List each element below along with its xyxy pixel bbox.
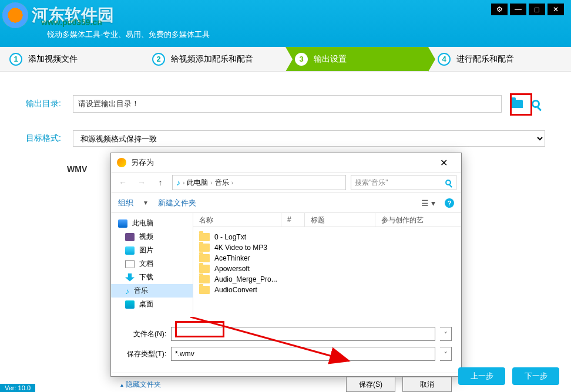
dialog-nav: ← → ↑ ♪ › 此电脑 › 音乐 › 搜索"音乐" — [111, 172, 461, 193]
minimize-button[interactable]: — — [510, 4, 526, 15]
new-folder-button[interactable]: 新建文件夹 — [158, 198, 196, 208]
search-icon — [445, 180, 451, 185]
logo-icon — [2, 2, 28, 28]
target-format-select[interactable]: 和源视频格式保持一致 — [73, 130, 545, 147]
file-items: 0 - LogTxt 4K Video to MP3 AceThinker Ap… — [193, 227, 461, 300]
folder-icon — [199, 254, 210, 262]
settings-icon[interactable]: ⚙ — [491, 4, 508, 15]
filename-dropdown[interactable]: ˅ — [440, 327, 452, 341]
tree-item-documents[interactable]: 文档 — [111, 257, 193, 271]
tree-item-video[interactable]: 视频 — [111, 230, 193, 244]
view-options-button[interactable]: ☰ ▾ — [421, 198, 435, 208]
app-header: 河东软件园 www.pc0359.cn 锐动多媒体工具-专业、易用、免费的多媒体… — [0, 0, 571, 47]
dialog-toolbar: 组织▼ 新建文件夹 ☰ ▾ ? — [111, 193, 461, 213]
next-step-button[interactable]: 下一步 — [512, 367, 559, 385]
chevron-right-icon: › — [231, 180, 233, 186]
step-process[interactable]: 4进行配乐和配音 — [428, 47, 571, 71]
file-item[interactable]: 4K Video to MP3 — [193, 242, 461, 253]
chevron-right-icon: › — [210, 180, 212, 186]
version-label: Ver: 10.0 — [0, 384, 35, 392]
file-item[interactable]: AceThinker — [193, 253, 461, 263]
dialog-title: 另存为 — [131, 157, 154, 168]
nav-up-button[interactable]: ↑ — [153, 175, 167, 190]
folder-icon — [199, 233, 210, 241]
col-artist[interactable]: 参与创作的艺 — [375, 213, 461, 227]
file-item[interactable]: 0 - LogTxt — [193, 232, 461, 242]
folder-icon — [199, 244, 210, 252]
tree-item-pc[interactable]: 此电脑 — [111, 217, 193, 230]
tree-item-music[interactable]: ♪音乐 — [111, 284, 193, 298]
col-title[interactable]: 标题 — [305, 213, 375, 227]
file-item[interactable]: Audio_Merge_Pro... — [193, 274, 461, 285]
file-item[interactable]: AudioConvert — [193, 285, 461, 295]
close-button[interactable]: ✕ — [548, 4, 564, 15]
search-icon — [532, 100, 540, 108]
watermark-url: www.pc0359.cn — [41, 18, 102, 27]
target-format-label: 目标格式: — [26, 133, 67, 144]
col-name[interactable]: 名称 — [193, 213, 281, 227]
step-add-audio[interactable]: 2给视频添加配乐和配音 — [143, 47, 286, 71]
folder-tree: 此电脑 视频 图片 文档 下载 ♪音乐 桌面 — [111, 213, 193, 321]
dialog-titlebar: 另存为 ✕ — [111, 153, 461, 172]
file-list-header: 名称 # 标题 参与创作的艺 — [193, 213, 461, 227]
dialog-search-input[interactable]: 搜索"音乐" — [351, 175, 456, 190]
prev-step-button[interactable]: 上一步 — [458, 367, 505, 385]
output-dir-input[interactable] — [73, 95, 502, 113]
breadcrumb[interactable]: ♪ › 此电脑 › 音乐 › — [172, 175, 346, 190]
search-button[interactable] — [526, 95, 545, 113]
filetype-label: 保存类型(T): — [120, 349, 166, 359]
folder-icon — [199, 265, 210, 273]
maximize-button[interactable]: ◻ — [529, 4, 545, 15]
tree-item-pictures[interactable]: 图片 — [111, 244, 193, 257]
filetype-select[interactable] — [171, 347, 435, 361]
app-subtitle: 锐动多媒体工具-专业、易用、免费的多媒体工具 — [47, 29, 210, 40]
browse-folder-button[interactable] — [508, 95, 526, 113]
nav-back-button[interactable]: ← — [116, 175, 130, 190]
pictures-icon — [125, 246, 135, 255]
tree-item-downloads[interactable]: 下载 — [111, 271, 193, 284]
organize-menu[interactable]: 组织 — [118, 198, 133, 208]
video-icon — [125, 233, 135, 241]
filetype-dropdown[interactable]: ˅ — [440, 347, 452, 361]
help-button[interactable]: ? — [445, 198, 454, 208]
nav-forward-button[interactable]: → — [135, 175, 149, 190]
pc-icon — [118, 219, 127, 228]
col-number[interactable]: # — [281, 213, 305, 227]
dialog-icon — [117, 158, 126, 167]
filename-input[interactable] — [171, 327, 435, 341]
file-item[interactable]: Apowersoft — [193, 263, 461, 274]
music-icon: ♪ — [176, 178, 180, 187]
folder-icon — [511, 100, 523, 108]
step-tabs: 1添加视频文件 2给视频添加配乐和配音 3输出设置 4进行配乐和配音 — [0, 47, 571, 72]
documents-icon — [125, 260, 135, 268]
music-icon: ♪ — [125, 287, 129, 295]
chevron-right-icon: › — [183, 180, 184, 186]
step-output-settings[interactable]: 3输出设置 — [286, 47, 428, 71]
download-icon — [125, 273, 135, 282]
dialog-close-button[interactable]: ✕ — [432, 154, 455, 171]
filename-label: 文件名(N): — [120, 329, 166, 339]
step-add-video[interactable]: 1添加视频文件 — [0, 47, 143, 71]
file-list: 名称 # 标题 参与创作的艺 0 - LogTxt 4K Video to MP… — [193, 213, 461, 321]
save-as-dialog: 另存为 ✕ ← → ↑ ♪ › 此电脑 › 音乐 › 搜索"音乐" 组织▼ 新建… — [110, 153, 462, 377]
folder-icon — [199, 286, 210, 294]
folder-icon — [199, 275, 210, 283]
desktop-icon — [125, 300, 135, 309]
tree-item-desktop[interactable]: 桌面 — [111, 298, 193, 311]
output-dir-label: 输出目录: — [26, 99, 67, 109]
